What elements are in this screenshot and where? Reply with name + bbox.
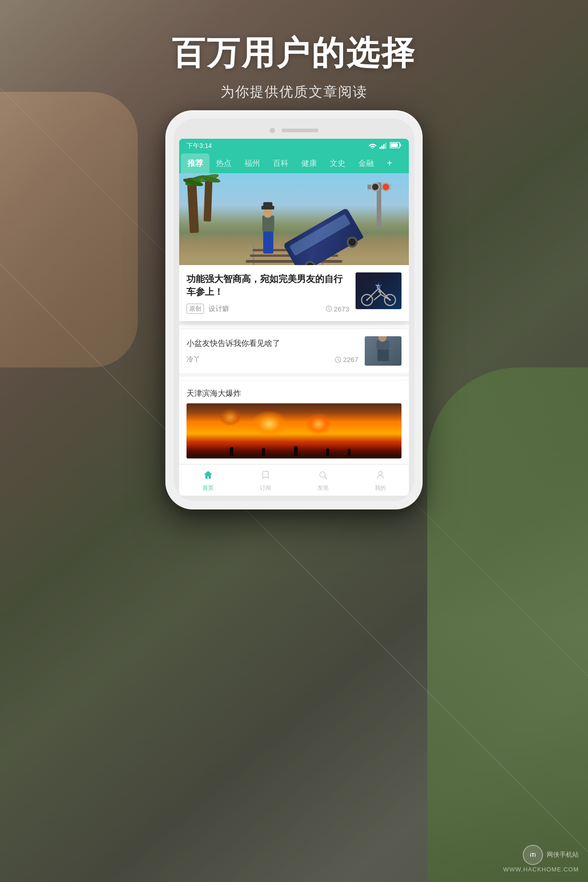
- phone-top-bar: [179, 124, 409, 139]
- tab-finance[interactable]: 金融: [352, 153, 380, 173]
- article-1-tag: 原创: [187, 304, 204, 314]
- divider-2: [179, 373, 409, 377]
- article-2-author: 冷丫: [187, 355, 200, 364]
- nav-subscribe[interactable]: 订阅: [237, 468, 294, 494]
- tab-history[interactable]: 文史: [323, 153, 352, 173]
- phone-camera: [270, 128, 275, 133]
- tab-bar[interactable]: 推荐 热点 福州 百科 健康 文史 金融 +: [179, 153, 409, 173]
- article-2-thumbnail: [365, 336, 401, 366]
- article-1-text: 功能强大智商高，宛如完美男友的自行车参上！ 原创 设计癖 2673: [187, 272, 349, 314]
- article-2-text: 小盆友快告诉我你看见啥了 冷丫 2267: [187, 338, 358, 364]
- article-card-1[interactable]: 功能强大智商高，宛如完美男友的自行车参上！ 原创 设计癖 2673: [179, 265, 409, 321]
- article-2-title: 小盆友快告诉我你看见啥了: [187, 338, 358, 349]
- article-1-title: 功能强大智商高，宛如完美男友的自行车参上！: [187, 272, 349, 298]
- phone-speaker: [282, 129, 318, 132]
- svg-rect-0: [379, 147, 381, 149]
- svg-rect-2: [383, 144, 384, 149]
- fire-explosion-scene: [187, 403, 401, 458]
- tab-encyclopedia[interactable]: 百科: [266, 153, 295, 173]
- wifi-icon: [368, 142, 377, 150]
- user-icon: [375, 470, 385, 483]
- status-bar: 下午3:14: [179, 139, 409, 153]
- bike-image: [356, 272, 401, 309]
- bookmark-icon: [260, 470, 271, 483]
- watermark-logo-text: iTi: [530, 852, 536, 858]
- svg-line-27: [324, 477, 327, 479]
- article-card-3[interactable]: 天津滨海大爆炸: [179, 380, 409, 464]
- hero-subtitle: 为你提供优质文章阅读: [0, 83, 588, 102]
- article-1-thumbnail: [356, 272, 401, 309]
- svg-line-24: [380, 284, 382, 286]
- svg-point-28: [379, 471, 382, 475]
- hero-section: 百万用户的选择 为你提供优质文章阅读: [0, 31, 588, 102]
- article-1-author: 设计癖: [209, 305, 229, 313]
- tab-more[interactable]: +: [380, 153, 399, 173]
- status-icons: [368, 142, 401, 150]
- nav-profile-label: 我的: [375, 484, 386, 492]
- phone-inner-frame: 下午3:14 推荐: [174, 119, 414, 501]
- hero-article-image: [179, 173, 409, 265]
- article-card-2[interactable]: 小盆友快告诉我你看见啥了 冷丫 2267: [179, 328, 409, 373]
- watermark-logo: iTi 网侠手机站 WWW.HACKHOME.COM: [503, 845, 579, 873]
- hero-title: 百万用户的选择: [0, 31, 588, 75]
- svg-line-16: [374, 294, 381, 300]
- divider-1: [179, 321, 409, 325]
- tab-health[interactable]: 健康: [295, 153, 323, 173]
- signal-icon: [379, 142, 387, 150]
- article-3-image: [187, 403, 401, 458]
- tab-fuzhou[interactable]: 福州: [238, 153, 266, 173]
- nav-home-label: 首页: [203, 484, 214, 492]
- article-1-meta: 原创 设计癖 2673: [187, 304, 349, 314]
- phone-screen: 下午3:14 推荐: [179, 139, 409, 496]
- watermark-url: WWW.HACKHOME.COM: [503, 866, 579, 873]
- svg-rect-1: [381, 146, 383, 149]
- nav-subscribe-label: 订阅: [260, 484, 271, 492]
- article-2-reads: 2267: [335, 356, 358, 363]
- nav-discover-label: 发现: [317, 484, 328, 492]
- phone-mockup: 下午3:14 推荐: [165, 110, 423, 509]
- article-2-image: [365, 336, 401, 366]
- phone-outer-frame: 下午3:14 推荐: [165, 110, 423, 509]
- watermark-site-name: 网侠手机站: [547, 850, 579, 859]
- tab-recommended[interactable]: 推荐: [181, 153, 209, 173]
- article-3-title: 天津滨海大爆炸: [187, 388, 401, 399]
- bottom-navigation[interactable]: 首页 订阅 发现: [179, 464, 409, 496]
- home-icon: [203, 470, 213, 483]
- search-nav-icon: [318, 470, 328, 483]
- watermark: iTi 网侠手机站 WWW.HACKHOME.COM: [503, 845, 579, 873]
- svg-rect-5: [390, 143, 398, 147]
- article-1-reads: 2673: [326, 305, 349, 313]
- tab-hotspot[interactable]: 热点: [209, 153, 238, 173]
- nav-profile[interactable]: 我的: [351, 468, 409, 494]
- nav-discover[interactable]: 发现: [294, 468, 351, 494]
- battery-icon: [390, 142, 401, 150]
- svg-rect-6: [400, 144, 401, 147]
- nav-home[interactable]: 首页: [179, 468, 237, 494]
- article-2-meta: 冷丫 2267: [187, 355, 358, 364]
- status-time: 下午3:14: [187, 142, 212, 150]
- watermark-circle-logo: iTi: [523, 845, 543, 865]
- svg-rect-3: [385, 143, 386, 149]
